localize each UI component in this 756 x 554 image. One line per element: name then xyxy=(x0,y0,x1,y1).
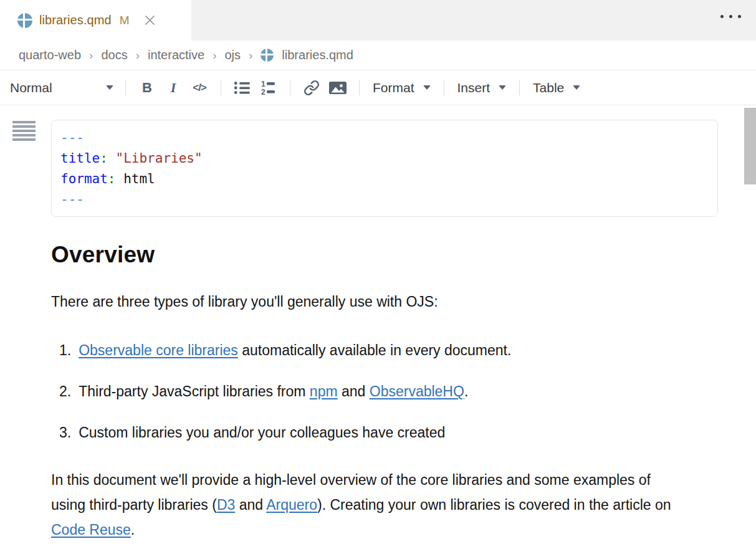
block-drag-handle-icon[interactable] xyxy=(12,121,36,141)
breadcrumb-item[interactable]: libraries.qmd xyxy=(282,48,353,62)
tab-libraries-qmd[interactable]: libraries.qmd M xyxy=(0,0,191,41)
closing-paragraph: In this document we'll provide a high-le… xyxy=(51,467,682,542)
numbered-list-icon: 1 2 xyxy=(261,80,277,96)
paragraph-style-dropdown[interactable]: Normal xyxy=(10,80,117,95)
breadcrumb-separator-icon: › xyxy=(136,49,140,62)
toolbar-separator xyxy=(290,80,290,95)
document-editor[interactable]: ---title: "Libraries"format: html--- Ove… xyxy=(0,105,756,553)
code-token: html xyxy=(123,171,155,186)
text-run: ). Creating your own libraries is covere… xyxy=(317,497,671,513)
ellipsis-dot xyxy=(738,15,741,18)
breadcrumb: quarto-web›docs›interactive›ojs›librarie… xyxy=(0,41,756,70)
list-item-text: Third-party JavaScript libraries from np… xyxy=(79,381,468,401)
vertical-scrollbar-thumb[interactable] xyxy=(744,108,756,184)
text-run: Custom libraries you and/or your colleag… xyxy=(79,424,445,441)
code-line: format: html xyxy=(60,169,706,189)
svg-text:1: 1 xyxy=(261,80,266,88)
breadcrumb-separator-icon: › xyxy=(249,49,252,62)
chevron-down-icon xyxy=(573,85,580,90)
breadcrumb-item[interactable]: ojs xyxy=(224,48,241,62)
inline-link[interactable]: ObservableHQ xyxy=(370,383,464,399)
tab-title: libraries.qmd xyxy=(39,13,112,27)
text-run: . xyxy=(464,383,468,399)
code-line: --- xyxy=(60,189,706,210)
editor-window: libraries.qmd M quarto-web›docs›interact… xyxy=(0,0,756,554)
numbered-list-button[interactable]: 1 2 xyxy=(258,77,279,99)
list-item-text: Observable core libraries automatically … xyxy=(79,340,511,360)
toolbar-separator xyxy=(519,80,520,95)
breadcrumb-separator-icon: › xyxy=(213,49,216,62)
format-menu-label: Format xyxy=(373,80,414,95)
list-item: 1.Observable core libraries automaticall… xyxy=(51,340,718,360)
inline-link[interactable]: Code Reuse xyxy=(51,522,131,538)
bold-icon: B xyxy=(142,80,152,96)
list-item-number: 2. xyxy=(59,381,71,401)
code-button[interactable]: </> xyxy=(189,77,210,99)
toolbar-separator xyxy=(125,80,126,95)
modified-badge: M xyxy=(120,14,130,27)
code-token: --- xyxy=(60,130,84,145)
code-token: format xyxy=(60,171,108,186)
chevron-down-icon xyxy=(423,85,431,90)
bulleted-list-button[interactable] xyxy=(232,77,253,99)
link-icon xyxy=(304,80,320,96)
svg-text:2: 2 xyxy=(261,88,266,96)
toolbar-separator xyxy=(359,80,360,95)
bold-button[interactable]: B xyxy=(136,77,158,99)
numbered-list: 1.Observable core libraries automaticall… xyxy=(51,340,718,442)
code-token: : xyxy=(100,151,108,166)
insert-menu[interactable]: Insert xyxy=(452,80,512,95)
code-token: title xyxy=(60,151,100,166)
italic-button[interactable]: I xyxy=(163,77,184,99)
inline-link[interactable]: Arquero xyxy=(266,497,317,513)
bulleted-list-icon xyxy=(234,80,251,95)
list-item-text: Custom libraries you and/or your colleag… xyxy=(79,423,445,442)
text-run: . xyxy=(131,522,135,538)
code-token xyxy=(116,171,124,186)
insert-link-button[interactable] xyxy=(301,77,322,99)
code-line: --- xyxy=(60,128,706,148)
inline-link[interactable]: npm xyxy=(310,383,338,399)
code-line: title: "Libraries" xyxy=(60,148,706,169)
section-heading: Overview xyxy=(51,241,718,269)
text-run: Third-party JavaScript libraries from xyxy=(79,383,310,399)
code-token: --- xyxy=(60,192,84,207)
intro-paragraph: There are three types of library you'll … xyxy=(51,292,718,312)
breadcrumb-item[interactable]: interactive xyxy=(148,48,204,62)
formatting-toolbar: Normal B I </> 1 2 xyxy=(0,70,756,105)
quarto-file-icon xyxy=(261,49,274,62)
text-run: and xyxy=(235,497,266,513)
breadcrumb-item[interactable]: quarto-web xyxy=(19,48,81,62)
toolbar-separator xyxy=(221,80,221,95)
close-tab-icon[interactable] xyxy=(144,14,156,26)
table-menu[interactable]: Table xyxy=(528,80,585,95)
code-token: "Libraries" xyxy=(116,151,203,166)
toolbar-separator xyxy=(444,80,444,95)
chevron-down-icon xyxy=(499,85,506,90)
code-token: : xyxy=(108,171,116,186)
code-token xyxy=(108,151,116,166)
italic-icon: I xyxy=(171,80,176,96)
tab-bar: libraries.qmd M xyxy=(0,0,756,41)
image-icon xyxy=(328,80,347,95)
code-icon: </> xyxy=(193,82,206,94)
table-menu-label: Table xyxy=(533,80,564,95)
list-item-number: 3. xyxy=(59,423,71,442)
list-item-number: 1. xyxy=(59,340,71,360)
list-item: 3.Custom libraries you and/or your colle… xyxy=(51,423,718,442)
yaml-front-matter-block[interactable]: ---title: "Libraries"format: html--- xyxy=(51,120,718,217)
breadcrumb-item[interactable]: docs xyxy=(101,48,127,62)
chevron-down-icon xyxy=(106,85,113,90)
ellipsis-dot xyxy=(729,15,732,18)
breadcrumb-separator-icon: › xyxy=(89,49,93,62)
format-menu[interactable]: Format xyxy=(368,80,436,95)
insert-image-button[interactable] xyxy=(327,77,348,99)
inline-link[interactable]: Observable core libraries xyxy=(79,342,238,358)
insert-menu-label: Insert xyxy=(457,80,490,95)
more-actions-button[interactable] xyxy=(720,15,741,18)
text-run: automatically available in every documen… xyxy=(238,342,512,358)
paragraph-style-value: Normal xyxy=(10,80,52,95)
list-item: 2.Third-party JavaScript libraries from … xyxy=(51,381,718,401)
inline-link[interactable]: D3 xyxy=(217,497,235,513)
text-run: and xyxy=(338,383,370,399)
